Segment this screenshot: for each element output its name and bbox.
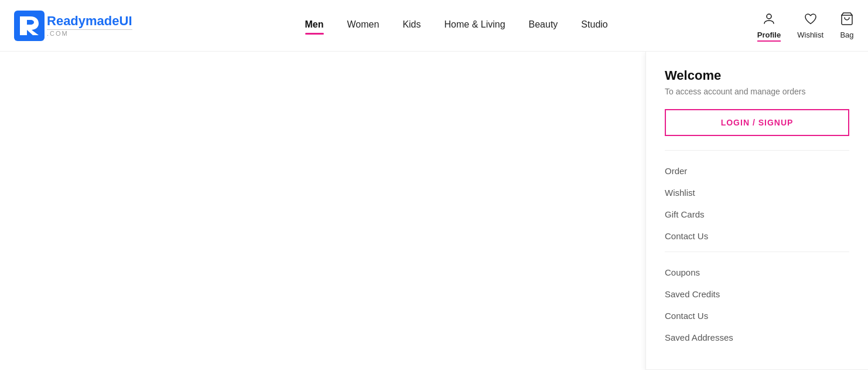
menu-coupons[interactable]: Coupons: [665, 262, 849, 283]
welcome-subtitle: To access account and manage orders: [665, 87, 849, 96]
welcome-title: Welcome: [665, 68, 849, 83]
nav-beauty[interactable]: Beauty: [529, 19, 558, 32]
bag-label: Bag: [840, 30, 853, 39]
logo[interactable]: ReadymadeUI .COM: [14, 11, 132, 41]
menu-contact-us-2[interactable]: Contact Us: [665, 305, 849, 327]
menu-order[interactable]: Order: [665, 160, 849, 182]
wishlist-action[interactable]: Wishlist: [797, 12, 823, 39]
header-actions: Profile Wishlist Bag: [757, 12, 854, 39]
wishlist-icon: [804, 12, 818, 29]
nav-kids[interactable]: Kids: [402, 19, 421, 32]
bag-action[interactable]: Bag: [840, 12, 854, 39]
main-nav: Men Women Kids Home & Living Beauty Stud…: [156, 19, 757, 32]
menu-contact-us-1[interactable]: Contact Us: [665, 225, 849, 247]
divider-1: [665, 150, 849, 151]
menu-saved-credits[interactable]: Saved Credits: [665, 283, 849, 305]
nav-women[interactable]: Women: [347, 19, 380, 32]
login-signup-button[interactable]: LOGIN / SIGNUP: [665, 109, 849, 136]
menu-wishlist[interactable]: Wishlist: [665, 182, 849, 203]
logo-text-block: ReadymadeUI .COM: [47, 14, 132, 37]
logo-icon: [14, 11, 45, 41]
bag-icon: [840, 12, 854, 29]
profile-dropdown: Welcome To access account and manage ord…: [645, 52, 868, 370]
header: ReadymadeUI .COM Men Women Kids Home & L…: [0, 0, 868, 52]
menu-gift-cards[interactable]: Gift Cards: [665, 203, 849, 225]
logo-com: .COM: [47, 29, 132, 37]
divider-2: [665, 252, 849, 252]
wishlist-label: Wishlist: [797, 30, 823, 39]
profile-icon: [762, 12, 776, 29]
profile-action[interactable]: Profile: [757, 12, 781, 39]
nav-men[interactable]: Men: [305, 19, 324, 32]
profile-label: Profile: [757, 30, 781, 39]
nav-home-living[interactable]: Home & Living: [445, 19, 505, 32]
nav-studio[interactable]: Studio: [581, 19, 607, 32]
logo-highlight: R: [47, 13, 56, 28]
menu-saved-addresses[interactable]: Saved Addresses: [665, 327, 849, 348]
logo-brand: eadymadeUI: [56, 13, 132, 28]
main-content: Welcome To access account and manage ord…: [0, 52, 868, 370]
